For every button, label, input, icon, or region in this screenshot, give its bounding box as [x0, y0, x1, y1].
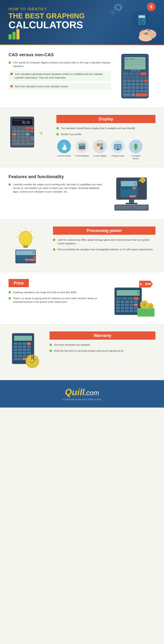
svg-rect-200 — [116, 290, 140, 296]
svg-rect-48 — [144, 83, 148, 86]
svg-rect-110 — [82, 147, 85, 148]
svg-rect-74 — [21, 127, 25, 129]
svg-rect-55 — [123, 90, 126, 92]
svg-rect-206 — [116, 300, 120, 303]
svg-rect-188 — [16, 256, 20, 258]
price-svg: 0 — [111, 279, 156, 317]
svg-rect-151 — [142, 182, 143, 183]
svg-rect-56 — [127, 90, 131, 92]
svg-rect-46 — [136, 83, 139, 86]
features-section: Features and functionality Carefully con… — [0, 167, 164, 219]
svg-rect-162 — [126, 206, 128, 207]
svg-rect-194 — [21, 259, 24, 261]
svg-rect-207 — [121, 300, 124, 303]
svg-rect-58 — [136, 90, 139, 92]
svg-rect-213 — [125, 304, 129, 306]
warranty-content: Warranty One-year warranties are standar… — [50, 332, 156, 355]
svg-rect-44 — [127, 83, 131, 86]
svg-line-181 — [19, 230, 20, 232]
price-title: Price — [8, 279, 29, 287]
touch-label: A touch screen — [57, 155, 71, 158]
svg-rect-35 — [140, 76, 144, 78]
svg-point-226 — [140, 283, 142, 285]
svg-rect-219 — [130, 307, 133, 309]
processing-bullet2-text: Find out whether the calculator has rech… — [57, 248, 154, 251]
svg-rect-166 — [136, 206, 138, 207]
svg-rect-29 — [135, 72, 140, 75]
svg-rect-258 — [14, 355, 17, 357]
svg-rect-98 — [26, 142, 34, 145]
display-options-row: A touch screen — [56, 140, 156, 160]
svg-rect-175 — [133, 208, 147, 209]
features-bullet1-text: Carefully consider the subject you're wo… — [13, 183, 104, 194]
svg-rect-57 — [132, 90, 135, 92]
price-section: Price Graphing calculators can range fro… — [0, 272, 164, 324]
svg-rect-169 — [116, 208, 118, 209]
color-icon — [95, 141, 105, 152]
green-dot-1 — [8, 62, 11, 64]
svg-rect-210 — [134, 300, 138, 303]
svg-rect-106 — [81, 146, 82, 147]
display-bullet2: Decide if you prefer: — [56, 132, 156, 136]
svg-rect-30 — [141, 72, 146, 75]
color-circle — [93, 140, 107, 153]
screen-circle: 0 — [111, 140, 125, 153]
green-dot-p2 — [53, 248, 55, 251]
svg-rect-223 — [125, 310, 129, 312]
svg-rect-10 — [140, 20, 142, 21]
svg-point-149 — [141, 178, 144, 182]
cas-title: CAS versus non-CAS — [8, 52, 111, 58]
svg-rect-112 — [97, 143, 100, 146]
svg-rect-221 — [116, 310, 120, 312]
svg-rect-253 — [27, 348, 31, 351]
svg-rect-259 — [18, 355, 22, 357]
processing-content: Processing power Look for a device that … — [53, 226, 156, 254]
svg-rect-138 — [121, 190, 124, 192]
svg-rect-105 — [79, 146, 81, 147]
svg-text:+: + — [39, 129, 43, 137]
svg-rect-92 — [12, 139, 16, 142]
svg-rect-217 — [121, 307, 124, 309]
warranty-bullet1: One-year warranties are standard. — [50, 343, 156, 347]
svg-rect-224 — [130, 310, 133, 312]
dollar-badge: $ — [147, 2, 156, 11]
svg-rect-120 — [116, 149, 119, 150]
display-title: Display — [56, 115, 156, 123]
warranty-section: Warranty One-year warranties are standar… — [0, 324, 164, 380]
svg-point-0 — [111, 12, 113, 13]
display-calc-image: 82.25 Off MRC M- M+ — [8, 115, 50, 150]
svg-rect-252 — [22, 348, 26, 351]
bar-chart — [8, 29, 19, 40]
svg-rect-65 — [134, 69, 137, 71]
svg-rect-13 — [140, 21, 142, 22]
svg-rect-183 — [23, 245, 28, 246]
compact-circle — [129, 140, 143, 153]
svg-rect-36 — [144, 76, 148, 78]
svg-rect-140 — [129, 190, 132, 192]
svg-rect-134 — [121, 187, 124, 189]
footer-logo-container: Quill.com — [65, 387, 99, 397]
svg-rect-72 — [12, 127, 16, 129]
features-svg: 0 — [111, 174, 156, 212]
svg-line-180 — [33, 236, 35, 237]
svg-rect-66 — [138, 69, 140, 71]
svg-rect-172 — [123, 208, 125, 209]
svg-rect-78 — [17, 130, 20, 132]
svg-rect-202 — [116, 297, 121, 300]
svg-rect-196 — [29, 259, 35, 261]
svg-text:82.25: 82.25 — [22, 121, 30, 124]
svg-rect-190 — [25, 256, 29, 258]
svg-rect-88 — [17, 136, 20, 138]
svg-rect-62 — [132, 93, 135, 96]
svg-rect-147 — [130, 195, 136, 197]
svg-rect-76 — [30, 127, 34, 129]
svg-rect-164 — [131, 206, 133, 207]
footer: Quill.com A small part of your job is 10… — [0, 380, 164, 408]
svg-rect-158 — [116, 206, 118, 207]
svg-rect-241 — [14, 336, 32, 341]
processing-illustration: 0 — [8, 226, 46, 265]
svg-rect-54 — [144, 86, 148, 89]
price-bullet2: There's no sense in paying extra for fea… — [8, 296, 104, 304]
svg-rect-9 — [139, 20, 140, 21]
svg-rect-208 — [125, 300, 129, 303]
